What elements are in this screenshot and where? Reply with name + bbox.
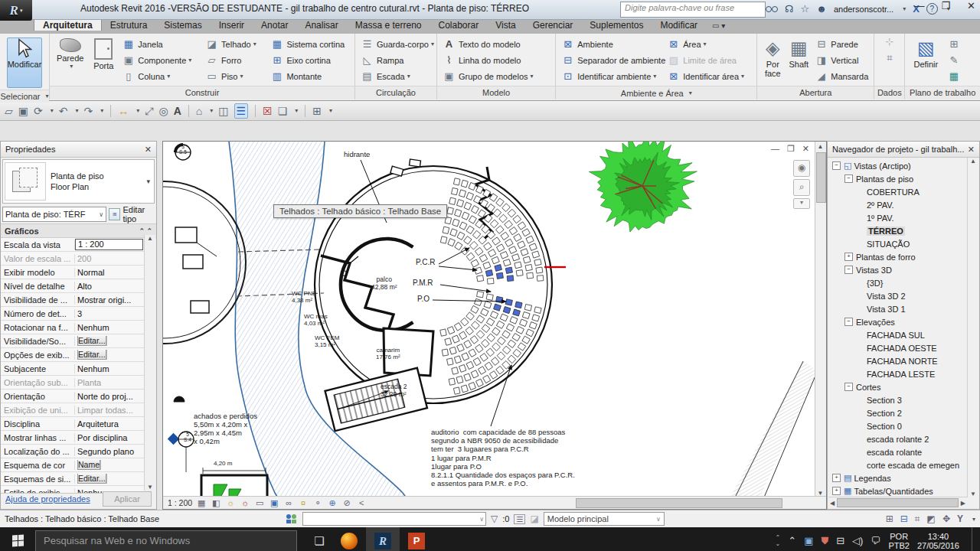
curtain-grid-button[interactable]: ⊞Eixo cortina (268, 52, 351, 68)
property-row[interactable]: Orientação sub...Planta (1, 376, 145, 390)
property-row[interactable]: Valor de escala ...200 (1, 252, 145, 266)
ribbon-tab-modificar[interactable]: Modificar (652, 19, 706, 31)
volume-icon[interactable]: ◁) (852, 535, 863, 546)
tree-item-eleva-es[interactable]: −Elevações (828, 315, 979, 328)
work-plane-viewer-button[interactable]: ✎ (945, 52, 965, 68)
shaft-opening-button[interactable]: ▦Shaft (786, 36, 811, 69)
switch-windows-icon[interactable]: ❏ (278, 104, 288, 118)
language-indicator[interactable]: PORPTB2 (888, 532, 910, 550)
property-row[interactable]: Esquema de corName (1, 458, 145, 472)
vertical-opening-button[interactable]: ◨Vertical (812, 52, 871, 68)
taskbar-search-input[interactable]: Pesquisar na Web e no Windows (35, 530, 297, 551)
ribbon-tab-sistemas[interactable]: Sistemas (155, 19, 210, 31)
model-line-button[interactable]: ⌇Linha do modelo (440, 52, 536, 68)
zoom-tool-icon[interactable]: ⌕ (793, 179, 810, 196)
tree-item-section-0[interactable]: Section 0 (828, 419, 979, 432)
component-button[interactable]: ▣Componente▾ (119, 52, 201, 68)
property-value[interactable]: Arquitetura (75, 419, 145, 429)
ramp-button[interactable]: ◺Rampa (358, 52, 436, 68)
section-icon[interactable]: ◫ (218, 104, 228, 118)
worksharing-display-icon[interactable]: ⊕ (327, 498, 338, 508)
press-drag-icon[interactable]: Y (957, 514, 963, 524)
power-icon[interactable]: ⊟ (836, 535, 844, 546)
level-icon[interactable]: ⊹ (885, 36, 893, 47)
tray-security-icon[interactable]: ⛊ (821, 535, 828, 547)
tree-item-tabelas-quantidades[interactable]: +▦Tabelas/Quantidades (828, 484, 979, 497)
filter-icon[interactable]: ▽ (491, 514, 498, 524)
property-value[interactable]: Limpar todas... (75, 406, 145, 415)
view-close-icon[interactable]: ✕ (802, 144, 809, 154)
tree-item-section-2[interactable]: Section 2 (828, 406, 979, 419)
browser-close-icon[interactable]: ✕ (968, 145, 975, 155)
property-value[interactable]: Por disciplina (75, 433, 145, 442)
property-value[interactable]: 200 (75, 254, 145, 263)
property-row[interactable]: OrientaçãoNorte do proj... (1, 390, 145, 403)
property-value[interactable]: Nenhum (75, 364, 145, 373)
property-row[interactable]: Rotacionar na f...Nenhum (1, 321, 145, 334)
room-separator-button[interactable]: ⊟Separador de ambiente (559, 52, 663, 68)
signed-in-user[interactable]: andersonscotr... (834, 5, 893, 14)
set-work-plane-button[interactable]: ▧Definir (908, 36, 943, 69)
ribbon-tab-suplementos[interactable]: Suplementos (581, 19, 652, 31)
tree-item-escada-rolante-2[interactable]: escada rolante 2 (828, 432, 979, 445)
property-row[interactable]: Exibir modeloNormal (1, 266, 145, 279)
select-by-face-toggle-icon[interactable]: ◩ (927, 514, 936, 524)
steering-wheel-icon[interactable]: ◉ (793, 160, 810, 177)
measure-icon[interactable]: ↔ (118, 104, 129, 118)
property-row[interactable]: Visibilidade/So...Editar... (1, 334, 145, 348)
window-button[interactable]: ▦Janela (119, 36, 201, 52)
minimize-button[interactable]: — (914, 0, 924, 11)
build-panel-label[interactable]: Construir (50, 86, 354, 99)
dormer-opening-button[interactable]: ◢Mansarda (812, 68, 871, 84)
edit-type-button[interactable]: ⧈Editar tipo (109, 205, 155, 223)
mullion-button[interactable]: ▥Montante (268, 68, 351, 84)
property-value[interactable]: Mostrar origi... (75, 295, 145, 305)
tree-item-fachada-leste[interactable]: FACHADA LESTE (828, 367, 979, 380)
view-scale[interactable]: 1 : 200 (168, 498, 192, 507)
tree-expander-icon[interactable]: − (832, 161, 841, 170)
properties-help-link[interactable]: Ajuda de propriedades (5, 494, 90, 504)
help-search-input[interactable]: Digite palavra-chave ou frase (620, 2, 766, 18)
default-3d-view-icon[interactable]: ⌂ (196, 104, 202, 118)
tree-expander-icon[interactable]: − (844, 174, 853, 183)
save-icon[interactable]: ▣ (18, 104, 28, 118)
property-row[interactable]: Localização do ...Segundo plano (1, 445, 145, 458)
datum-panel-label[interactable]: Dados (874, 86, 904, 99)
tree-item-fachada-norte[interactable]: FACHADA NORTE (828, 354, 979, 367)
close-hidden-windows-icon[interactable]: ☒ (263, 104, 273, 118)
scroll-arrows-icon[interactable]: ⌃⌄ (776, 535, 781, 547)
tag-by-category-icon[interactable]: ◎ (158, 104, 168, 118)
modify-button[interactable]: Modificar (7, 37, 43, 88)
tree-item-cortes[interactable]: −Cortes (828, 380, 979, 393)
customize-qat-icon[interactable]: ▾ (329, 107, 332, 114)
tree-expander-icon[interactable]: − (844, 383, 853, 391)
property-value[interactable]: Editar... (75, 336, 145, 346)
ceiling-button[interactable]: ▱Forro (203, 52, 266, 68)
ribbon-display-toggle[interactable]: ▭ ▾ (712, 20, 725, 34)
select-panel-label[interactable]: Selecionar▾ (0, 90, 49, 103)
application-menu-button[interactable]: R▾ (0, 0, 32, 21)
tree-item-plantas-de-piso[interactable]: −Plantas de piso (828, 172, 979, 185)
property-value[interactable]: Alto (75, 282, 145, 291)
model-text-button[interactable]: ATexto do modelo (440, 36, 536, 52)
instance-selector[interactable]: Planta de piso: TÉRF∨ (2, 207, 106, 222)
property-value[interactable]: Name (75, 460, 145, 470)
open-icon[interactable]: ▱ (5, 104, 13, 118)
ref-plane-button[interactable]: ▦ (945, 68, 965, 84)
worksets-combo[interactable]: ∨ (302, 512, 486, 526)
tree-item-legendas[interactable]: +▤Legendas (828, 471, 979, 484)
visual-style-icon[interactable]: ▦ (196, 498, 207, 508)
canvas-horizontal-scrollbar[interactable] (371, 497, 826, 508)
door-button[interactable]: Porta (89, 36, 118, 70)
work-plane-panel-label[interactable]: Plano de trabalho (905, 86, 980, 99)
property-row[interactable]: SubjacenteNenhum (1, 362, 145, 376)
properties-close-icon[interactable]: ✕ (145, 145, 152, 155)
ribbon-tab-arquitetura[interactable]: Arquitetura (34, 18, 102, 31)
drag-on-selection-toggle-icon[interactable]: ✥ (942, 514, 950, 524)
roof-button[interactable]: ◪Telhado▾ (203, 36, 266, 52)
select-underlay-toggle-icon[interactable]: ⊟ (900, 514, 908, 524)
design-options-icon[interactable]: ☰ (514, 514, 525, 524)
properties-scrollbar[interactable]: ▲▼ (144, 235, 155, 491)
model-panel-label[interactable]: Modelo (437, 86, 555, 99)
select-pinned-toggle-icon[interactable]: ⌗ (915, 514, 920, 524)
